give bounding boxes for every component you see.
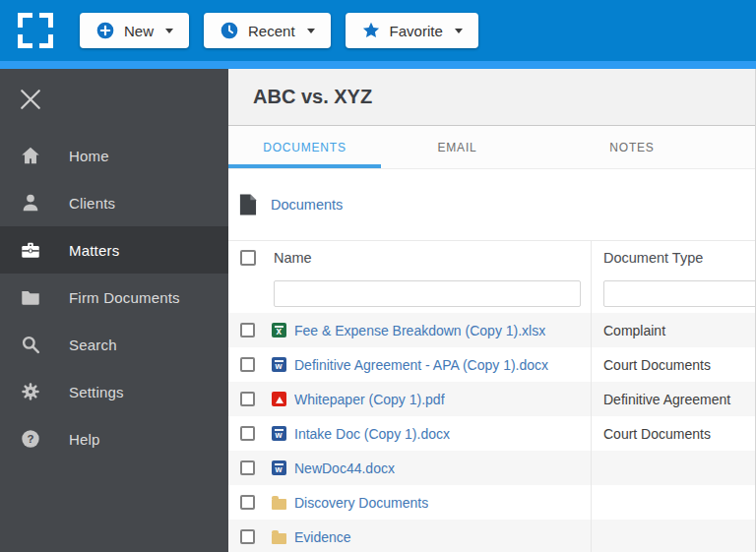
pdf-file-icon [272, 392, 286, 406]
breadcrumb: Documents [228, 169, 755, 240]
document-link[interactable]: NewDoc44.docx [294, 460, 395, 476]
document-type-value: Complaint [603, 323, 665, 338]
row-checkbox[interactable] [240, 426, 255, 441]
clock-icon [220, 21, 239, 40]
favorite-button-label: Favorite [390, 23, 443, 39]
folder-icon [20, 286, 41, 308]
sidebar-item-search[interactable]: Search [0, 321, 228, 368]
tab-email[interactable]: EMAIL [381, 126, 534, 168]
document-type-value: Definitive Agreement [603, 392, 730, 407]
table-filter-row [228, 274, 755, 313]
table-row: Whitepaper (Copy 1).pdf Definitive Agree… [228, 382, 755, 416]
search-icon [20, 334, 41, 355]
sidebar-item-label: Firm Documents [69, 289, 180, 306]
logo-corner [39, 34, 54, 49]
matter-title-bar: ABC vs. XYZ [228, 69, 755, 126]
column-header-name: Name [274, 250, 312, 266]
star-icon [361, 21, 381, 40]
briefcase-icon [20, 239, 41, 261]
word-file-icon [272, 426, 286, 441]
row-checkbox[interactable] [240, 495, 255, 510]
chevron-down-icon [165, 29, 173, 33]
document-link[interactable]: Whitepaper (Copy 1).pdf [294, 392, 445, 407]
home-icon [20, 145, 41, 166]
tab-notes[interactable]: NOTES [534, 126, 730, 168]
logo-corner [39, 13, 54, 28]
row-checkbox[interactable] [240, 529, 255, 544]
document-link[interactable]: Intake Doc (Copy 1).docx [294, 426, 450, 442]
logo-corner [18, 34, 32, 49]
sidebar-item-help[interactable]: ? Help [0, 415, 228, 462]
sidebar-item-home[interactable]: Home [0, 132, 228, 179]
table-row: Discovery Documents [228, 485, 755, 520]
row-checkbox[interactable] [240, 392, 255, 406]
folder-icon [272, 499, 286, 510]
row-checkbox[interactable] [240, 357, 255, 372]
sidebar-item-settings[interactable]: Settings [0, 368, 228, 415]
table-header-row: Name Document Type [228, 240, 755, 274]
new-button-label: New [124, 23, 154, 39]
tab-bar: DOCUMENTS EMAIL NOTES [228, 126, 755, 169]
sidebar-item-firm-documents[interactable]: Firm Documents [0, 274, 228, 321]
name-filter-input[interactable] [274, 280, 581, 307]
page-title: ABC vs. XYZ [253, 86, 372, 108]
close-icon[interactable] [16, 85, 45, 114]
accent-strip [0, 61, 756, 69]
document-type-filter-input[interactable] [603, 280, 755, 307]
chevron-down-icon [455, 29, 463, 33]
tab-documents[interactable]: DOCUMENTS [228, 126, 381, 168]
column-header-document-type: Document Type [603, 250, 703, 266]
sidebar-item-label: Home [69, 148, 109, 164]
sidebar-item-label: Help [69, 431, 100, 448]
favorite-button[interactable]: Favorite [346, 13, 478, 48]
gear-icon [20, 381, 41, 402]
sidebar-item-matters[interactable]: Matters [0, 226, 228, 274]
logo-corner [18, 13, 32, 28]
folder-link[interactable]: Discovery Documents [294, 495, 428, 511]
folder-icon [272, 533, 286, 544]
table-row: Fee & Expense Breakdown (Copy 1).xlsx Co… [228, 313, 755, 347]
document-icon [238, 193, 257, 216]
app-logo[interactable] [18, 13, 53, 48]
word-file-icon [272, 460, 286, 475]
plus-circle-icon [95, 21, 115, 40]
row-checkbox[interactable] [240, 460, 255, 475]
sidebar: Home Clients Matters Firm Documents [0, 69, 228, 552]
breadcrumb-documents-link[interactable]: Documents [271, 197, 343, 213]
document-type-value: Court Documents [603, 426, 711, 442]
table-row: Definitive Agreement - APA (Copy 1).docx… [228, 347, 755, 382]
sidebar-item-label: Search [69, 337, 117, 353]
chevron-down-icon [307, 29, 315, 33]
folder-link[interactable]: Evidence [294, 529, 351, 545]
word-file-icon [272, 357, 286, 372]
table-row: Intake Doc (Copy 1).docx Court Documents [228, 416, 755, 451]
select-all-checkbox[interactable] [240, 250, 256, 266]
row-checkbox[interactable] [240, 323, 255, 337]
document-link[interactable]: Definitive Agreement - APA (Copy 1).docx [294, 357, 548, 373]
document-link[interactable]: Fee & Expense Breakdown (Copy 1).xlsx [294, 323, 545, 338]
svg-text:?: ? [28, 433, 34, 445]
excel-file-icon [272, 323, 286, 337]
question-icon: ? [20, 428, 41, 450]
person-icon [20, 192, 41, 214]
table-row: NewDoc44.docx [228, 451, 755, 485]
document-type-value: Court Documents [603, 357, 711, 373]
recent-button-label: Recent [248, 23, 295, 39]
sidebar-item-label: Settings [69, 384, 124, 400]
top-bar: New Recent Favorite [0, 0, 756, 61]
documents-panel: Documents Name Document Type [228, 169, 755, 552]
sidebar-item-label: Clients [69, 195, 115, 212]
sidebar-item-label: Matters [69, 242, 119, 259]
recent-button[interactable]: Recent [204, 13, 331, 48]
table-row: Evidence [228, 520, 755, 552]
sidebar-item-clients[interactable]: Clients [0, 179, 228, 226]
new-button[interactable]: New [80, 13, 189, 48]
main-panel: ABC vs. XYZ DOCUMENTS EMAIL NOTES Docume… [228, 69, 756, 552]
